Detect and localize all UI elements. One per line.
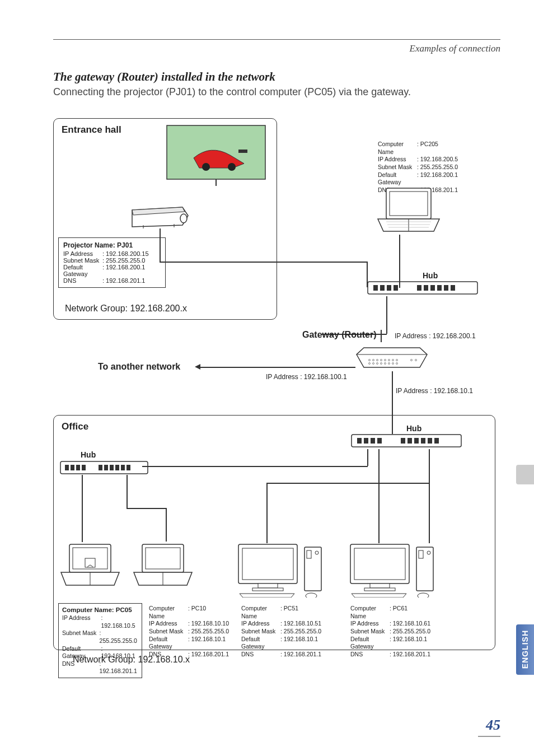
hub-label-left: Hub [81,450,96,459]
svg-rect-50 [407,438,412,444]
laptop-icon [375,185,442,236]
gateway-ip-left: IP Address : 192.168.100.1 [266,373,347,381]
svg-rect-48 [377,438,382,444]
network-group-top: Network Group: 192.168.200.x [65,304,187,314]
svg-rect-68 [85,558,95,567]
svg-rect-45 [357,438,362,444]
svg-rect-49 [401,438,405,444]
svg-rect-3 [238,150,247,153]
pc51-info: Computer Name: PC51 IP Address: 192.168.… [241,605,325,658]
svg-rect-52 [421,438,425,444]
svg-rect-74 [242,548,293,580]
desktop-icon [233,542,328,598]
svg-rect-22 [437,285,442,291]
laptop-icon [59,542,121,589]
svg-rect-61 [104,465,108,470]
svg-rect-53 [428,438,432,444]
svg-rect-56 [65,465,69,470]
svg-rect-59 [82,465,86,470]
hub-icon [59,460,149,476]
svg-rect-17 [387,285,391,291]
svg-rect-9 [390,192,428,216]
svg-rect-20 [424,285,428,291]
svg-rect-15 [373,285,378,291]
pc05-info-box: Computer Name: PC05 IP Address: 192.168.… [58,603,142,678]
hub-icon [350,433,462,450]
svg-rect-58 [76,465,80,470]
top-rule [53,39,500,40]
svg-rect-47 [371,438,375,444]
pc61-info: Computer Name: PC61 IP Address: 192.168.… [350,605,434,658]
page-number-rule [478,736,500,737]
svg-point-1 [202,163,210,171]
gateway-ip-bottom: IP Address : 192.168.10.1 [396,387,473,395]
svg-rect-51 [414,438,419,444]
panel-title-entrance: Entrance hall [62,124,121,136]
projector-icon [127,202,194,230]
to-another-network-label: To another network [98,362,180,372]
svg-rect-19 [417,285,421,291]
svg-rect-84 [364,588,395,591]
svg-rect-71 [146,548,180,569]
svg-rect-63 [115,465,119,470]
svg-rect-83 [370,584,390,588]
svg-rect-82 [354,548,405,580]
panel-office: Office Hub Hub [53,415,495,650]
svg-rect-54 [434,438,439,444]
svg-rect-65 [127,465,130,470]
svg-rect-60 [99,465,102,470]
laptop-icon [132,542,194,589]
svg-point-2 [228,163,236,171]
pc10-info: Computer Name: PC10 IP Address: 192.168.… [149,605,233,658]
page-heading: The gateway (Router) installed in the ne… [53,70,500,84]
svg-rect-23 [444,285,448,291]
sidebar-marker [516,465,534,484]
page-number: 45 [486,717,500,734]
svg-rect-57 [71,465,74,470]
network-group-bottom: Network Group: 192.168.10.x [73,655,190,665]
language-tab: ENGLISH [516,624,534,675]
svg-rect-24 [451,285,455,291]
arrow-icon [195,364,200,370]
gateway-ip-top: IP Address : 192.168.200.1 [395,332,476,340]
svg-rect-75 [258,584,278,588]
svg-point-80 [306,593,317,598]
svg-point-88 [418,593,429,598]
panel-title-office: Office [62,421,88,432]
svg-rect-46 [364,438,368,444]
svg-rect-62 [110,465,114,470]
svg-rect-76 [252,588,283,591]
projector-name: Projector Name: PJ01 [63,241,161,249]
panel-entrance-hall: Entrance hall Projector Name: PJ01 [53,118,277,320]
desktop-icon [345,542,440,598]
projector-info-box: Projector Name: PJ01 IP Address: 192.168… [58,237,166,288]
svg-rect-18 [394,285,398,291]
svg-rect-64 [121,465,125,470]
hub-icon [367,281,479,297]
gateway-label: Gateway (Router) [302,330,382,342]
svg-rect-86 [419,550,423,558]
svg-rect-21 [430,285,435,291]
hub-label-topright: Hub [423,271,438,280]
network-diagram: Entrance hall Projector Name: PJ01 [53,118,495,678]
svg-rect-78 [307,550,311,558]
projector-screen-icon [166,124,266,186]
hub-label-right: Hub [406,424,421,433]
svg-point-5 [180,214,187,223]
svg-rect-16 [380,285,385,291]
breadcrumb: Examples of connection [53,43,500,54]
router-icon [355,342,428,373]
intro-text: Connecting the projector (PJ01) to the c… [53,86,500,98]
